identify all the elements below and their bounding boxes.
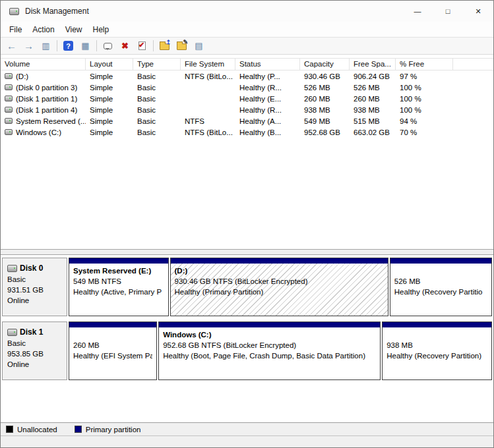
close-button[interactable]: ✕	[463, 1, 493, 22]
cell-pct-free: 100 %	[396, 95, 453, 103]
cell-volume: (Disk 1 partition 1)	[1, 95, 86, 103]
cell-status: Healthy (R...	[235, 84, 300, 92]
action-pane-icon	[104, 43, 112, 49]
column-header-pct-free[interactable]: % Free	[396, 59, 453, 70]
cell-type: Basic	[133, 72, 181, 80]
toolbar-separator	[57, 40, 57, 51]
cell-capacity: 930.46 GB	[300, 72, 350, 80]
cell-free-space: 526 MB	[350, 84, 396, 92]
volume-row-disk0-partition3[interactable]: (Disk 0 partition 3) Simple Basic Health…	[1, 82, 493, 93]
delete-volume-icon: ✖	[121, 41, 129, 51]
column-header-type[interactable]: Type	[133, 59, 181, 70]
column-header-filler	[453, 59, 493, 70]
partition-disk0-recovery[interactable]: 526 MB Healthy (Recovery Partitio	[390, 258, 492, 316]
back-icon: ←	[7, 40, 16, 51]
partition-d[interactable]: (D:) 930.46 GB NTFS (BitLocker Encrypted…	[170, 258, 388, 316]
legend: Unallocated Primary partition	[1, 422, 493, 435]
action-pane-button[interactable]	[100, 38, 116, 53]
column-header-status[interactable]: Status	[235, 59, 300, 70]
partition-disk1-recovery[interactable]: 938 MB Healthy (Recovery Partition)	[382, 322, 492, 380]
partition-size-line: 526 MB	[394, 277, 487, 287]
partition-disk1-efi[interactable]: 260 MB Healthy (EFI System Pa	[69, 322, 157, 380]
disk-type: Basic	[7, 274, 67, 285]
partition-windows-c[interactable]: Windows (C:) 952.68 GB NTFS (BitLocker E…	[158, 322, 381, 380]
column-header-layout[interactable]: Layout	[86, 59, 133, 70]
pane-splitter[interactable]	[1, 249, 493, 255]
menu-help[interactable]: Help	[88, 23, 115, 36]
back-button[interactable]: ←	[3, 38, 20, 53]
change-drive-letter-button[interactable]: ↥	[156, 38, 173, 53]
delete-volume-button[interactable]: ✖	[117, 38, 133, 53]
disk-type: Basic	[7, 338, 67, 349]
partition-size-line: 260 MB	[73, 341, 152, 351]
cell-type: Basic	[133, 106, 181, 114]
cell-capacity: 938 MB	[300, 106, 350, 114]
cell-capacity: 549 MB	[300, 117, 350, 125]
window-footer	[1, 435, 493, 447]
maximize-button[interactable]: □	[433, 1, 463, 22]
partition-status-line: Healthy (Active, Primary P	[73, 287, 164, 298]
volume-row-windows-c[interactable]: Windows (C:) Simple Basic NTFS (BitLo...…	[1, 126, 493, 138]
disk-icon	[7, 329, 17, 336]
column-header-free-space[interactable]: Free Spa...	[350, 59, 396, 70]
format-button[interactable]: ✎	[173, 38, 190, 53]
partition-color-bar	[159, 322, 380, 327]
cell-pct-free: 100 %	[396, 106, 453, 114]
column-header-capacity[interactable]: Capacity	[300, 59, 350, 70]
format-icon: ✎	[177, 43, 187, 50]
disk-size: 953.85 GB	[7, 349, 67, 359]
volume-icon	[5, 84, 13, 90]
window-controls: — □ ✕	[402, 1, 493, 22]
column-header-volume[interactable]: Volume	[1, 59, 86, 70]
partition-title	[386, 330, 487, 341]
cell-layout: Simple	[86, 128, 133, 136]
cell-volume: (Disk 1 partition 4)	[1, 106, 86, 114]
forward-icon: →	[24, 40, 34, 51]
cell-free-space: 663.02 GB	[350, 128, 396, 136]
cell-status: Healthy (E...	[235, 95, 300, 103]
show-console-tree-button[interactable]: ▥	[38, 38, 54, 53]
mark-active-button[interactable]: ✔	[134, 38, 150, 53]
app-icon	[9, 8, 19, 15]
cell-file-system: NTFS	[181, 117, 235, 125]
volume-row-d[interactable]: (D:) Simple Basic NTFS (BitLo... Healthy…	[1, 70, 493, 82]
disk-0-info[interactable]: Disk 0 Basic 931.51 GB Online	[2, 258, 67, 316]
volume-row-disk1-partition1[interactable]: (Disk 1 partition 1) Simple Basic Health…	[1, 93, 493, 104]
disk-1-partitions: 260 MB Healthy (EFI System Pa Windows (C…	[69, 322, 492, 380]
cell-file-system: NTFS (BitLo...	[181, 128, 235, 136]
cell-pct-free: 70 %	[396, 128, 453, 136]
disk-1-info[interactable]: Disk 1 Basic 953.85 GB Online	[2, 322, 67, 380]
volume-row-disk1-partition4[interactable]: (Disk 1 partition 4) Simple Basic Health…	[1, 104, 493, 115]
mark-active-icon: ✔	[139, 42, 146, 50]
minimize-button[interactable]: —	[402, 1, 433, 22]
cell-type: Basic	[133, 95, 181, 103]
partition-title	[394, 266, 487, 277]
export-list-button[interactable]: ▦	[77, 38, 94, 53]
cell-capacity: 260 MB	[300, 95, 350, 103]
cell-volume: (Disk 0 partition 3)	[1, 84, 86, 92]
primary-partition-swatch	[75, 426, 82, 433]
export-list-icon: ▦	[81, 41, 89, 51]
column-header-file-system[interactable]: File System	[181, 59, 235, 70]
volume-row-system-reserved[interactable]: System Reserved (... Simple Basic NTFS H…	[1, 115, 493, 126]
volume-list: Volume Layout Type File System Status Ca…	[1, 55, 493, 249]
menubar: File Action View Help	[1, 22, 493, 37]
partition-title	[73, 330, 152, 341]
cell-volume: System Reserved (...	[1, 117, 86, 125]
help-button[interactable]: ?	[60, 38, 77, 53]
volume-icon	[5, 129, 13, 135]
cell-capacity: 952.68 GB	[300, 128, 350, 136]
menu-view[interactable]: View	[60, 23, 88, 36]
partition-status-line: Healthy (Primary Partition)	[175, 287, 384, 298]
partition-title: System Reserved (E:)	[73, 266, 164, 277]
properties-icon: ▤	[195, 41, 202, 51]
cell-layout: Simple	[86, 106, 133, 114]
menu-action[interactable]: Action	[27, 23, 59, 36]
menu-file[interactable]: File	[4, 23, 27, 36]
toolbar: ← → ▥ ? ▦ ✖ ✔ ↥ ✎ ▤	[1, 37, 493, 55]
properties-button[interactable]: ▤	[191, 38, 207, 53]
cell-layout: Simple	[86, 95, 133, 103]
partition-system-reserved-e[interactable]: System Reserved (E:) 549 MB NTFS Healthy…	[69, 258, 169, 316]
forward-button[interactable]: →	[20, 38, 37, 53]
titlebar: Disk Management — □ ✕	[1, 1, 493, 22]
